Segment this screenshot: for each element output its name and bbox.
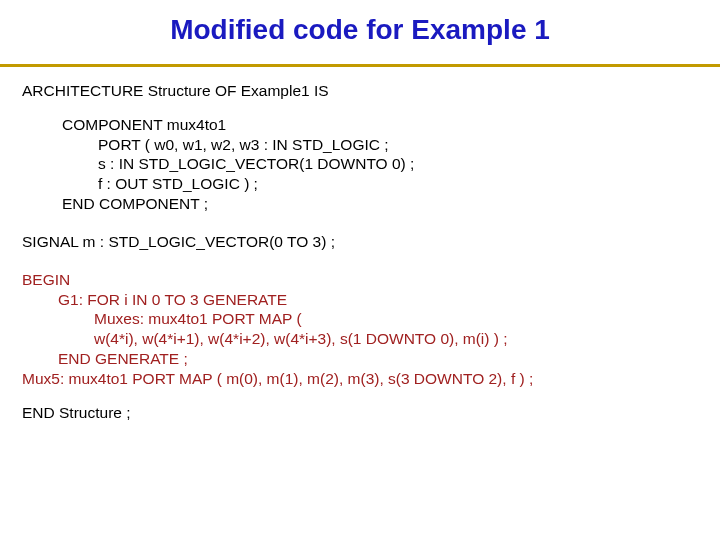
end-structure: END Structure ; — [22, 403, 698, 423]
port-block: PORT ( w0, w1, w2, w3 : IN STD_LOGIC ; s… — [98, 135, 698, 194]
architecture-line: ARCHITECTURE Structure OF Example1 IS — [22, 81, 698, 101]
begin-block: BEGIN G1: FOR i IN 0 TO 3 GENERATE Muxes… — [22, 270, 698, 389]
end-generate: END GENERATE ; — [58, 349, 698, 369]
slide: Modified code for Example 1 ARCHITECTURE… — [0, 0, 720, 540]
slide-content: ARCHITECTURE Structure OF Example1 IS CO… — [0, 67, 720, 423]
muxes-map: w(4*i), w(4*i+1), w(4*i+2), w(4*i+3), s(… — [94, 329, 698, 349]
component-block: COMPONENT mux4to1 PORT ( w0, w1, w2, w3 … — [62, 115, 698, 214]
component-decl: COMPONENT mux4to1 — [62, 115, 698, 135]
generate-line: G1: FOR i IN 0 TO 3 GENERATE — [58, 290, 698, 310]
port-line-1: PORT ( w0, w1, w2, w3 : IN STD_LOGIC ; — [98, 135, 698, 155]
begin-keyword: BEGIN — [22, 270, 698, 290]
slide-title: Modified code for Example 1 — [0, 0, 720, 58]
port-line-3: f : OUT STD_LOGIC ) ; — [98, 174, 698, 194]
component-end: END COMPONENT ; — [62, 194, 698, 214]
signal-line: SIGNAL m : STD_LOGIC_VECTOR(0 TO 3) ; — [22, 232, 698, 252]
muxes-decl: Muxes: mux4to1 PORT MAP ( — [94, 309, 698, 329]
muxes-block: Muxes: mux4to1 PORT MAP ( w(4*i), w(4*i+… — [94, 309, 698, 349]
port-line-2: s : IN STD_LOGIC_VECTOR(1 DOWNTO 0) ; — [98, 154, 698, 174]
mux5-line: Mux5: mux4to1 PORT MAP ( m(0), m(1), m(2… — [22, 369, 698, 389]
